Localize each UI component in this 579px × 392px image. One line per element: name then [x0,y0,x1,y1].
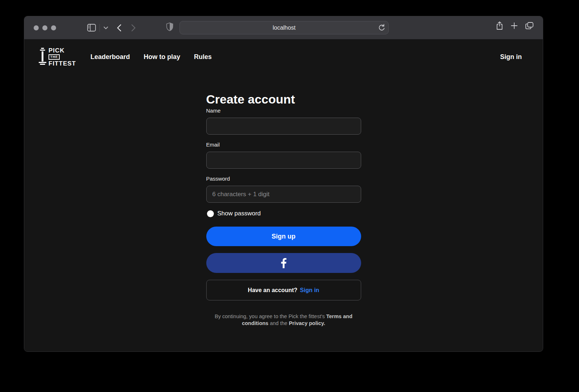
forward-icon[interactable] [131,24,136,31]
show-password-toggle[interactable]: Show password [207,210,361,217]
facebook-icon [281,258,287,268]
traffic-lights [34,25,56,30]
address-bar[interactable]: localhost [179,21,389,34]
minimize-window-button[interactable] [42,25,47,30]
logo-line-1: PICK [48,47,65,54]
terms-text: By continuing, you agree to the Pick the… [206,313,361,327]
back-icon[interactable] [117,24,121,31]
password-label: Password [206,176,361,182]
logo-line-2: THE [48,54,60,60]
barbell-icon [38,47,47,66]
site-logo[interactable]: PICK THE FITTEST [38,47,76,67]
have-account-box: Have an account? Sign in [206,280,361,300]
chevron-down-icon[interactable] [103,26,108,29]
zoom-window-button[interactable] [51,25,56,30]
name-field[interactable] [206,118,361,135]
create-account-form: Create account Name Email Password Show … [206,93,361,327]
password-field[interactable] [206,186,361,203]
nav-sign-in-link[interactable]: Sign in [500,53,522,61]
tabs-overview-icon[interactable] [525,22,533,29]
nav-item-leaderboard[interactable]: Leaderboard [90,53,130,61]
logo-text: PICK THE FITTEST [48,47,76,67]
new-tab-icon[interactable] [511,22,517,29]
sign-in-link[interactable]: Sign in [300,287,319,294]
close-window-button[interactable] [34,25,39,30]
url-text: localhost [272,25,295,31]
browser-titlebar: localhost [24,16,543,39]
name-label: Name [206,108,361,114]
nav-item-rules[interactable]: Rules [194,53,212,61]
toolbar-separator [100,24,100,32]
reload-icon[interactable] [378,24,385,31]
page-title: Create account [206,93,361,106]
nav-item-how-to-play[interactable]: How to play [144,53,180,61]
share-icon[interactable] [496,21,503,30]
show-password-label: Show password [217,210,261,217]
privacy-link[interactable]: Privacy policy. [289,320,325,326]
email-label: Email [206,142,361,148]
logo-line-3: FITTEST [48,60,76,67]
terms-part-2: and the [269,320,289,326]
site-navbar: PICK THE FITTEST Leaderboard How to play… [24,39,543,74]
show-password-checkbox[interactable] [207,210,214,217]
sign-up-button[interactable]: Sign up [206,227,361,246]
facebook-sign-up-button[interactable] [206,253,361,273]
shield-icon[interactable] [166,22,173,31]
have-account-text: Have an account? [248,287,297,294]
email-field[interactable] [206,152,361,169]
page-content: PICK THE FITTEST Leaderboard How to play… [24,39,543,352]
browser-window: localhost [24,16,543,352]
nav-items: Leaderboard How to play Rules [90,53,212,61]
sidebar-toggle-icon[interactable] [87,24,96,31]
terms-part-1: By continuing, you agree to the Pick the… [215,313,326,319]
